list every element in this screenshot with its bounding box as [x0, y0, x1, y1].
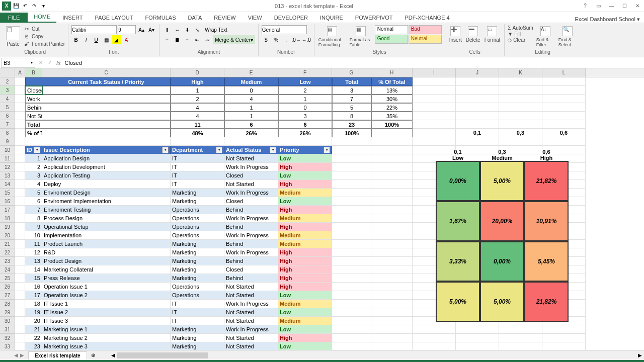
cell[interactable]: [332, 206, 371, 214]
cell[interactable]: [42, 95, 171, 103]
cell[interactable]: [15, 325, 25, 334]
issue-status[interactable]: Closed: [224, 265, 278, 274]
issue-id[interactable]: 2: [25, 163, 42, 171]
cell[interactable]: [15, 342, 25, 350]
issue-header-prio[interactable]: Priority▾: [278, 146, 332, 154]
cell[interactable]: Total: [332, 77, 371, 86]
issue-status[interactable]: Closed: [224, 171, 278, 180]
cell[interactable]: [15, 86, 25, 95]
row-header[interactable]: 12: [0, 163, 15, 171]
row-header[interactable]: 13: [0, 171, 15, 180]
cell[interactable]: [332, 240, 371, 248]
issue-priority[interactable]: Low: [278, 342, 332, 350]
issue-dept[interactable]: Marketing: [171, 189, 224, 197]
ribbon-tab-data[interactable]: DATA: [182, 13, 208, 23]
issue-id[interactable]: 5: [25, 189, 42, 197]
orientation-icon[interactable]: ⤡: [193, 25, 202, 34]
cell[interactable]: 5: [332, 103, 371, 112]
cell[interactable]: 35%: [371, 112, 413, 120]
cell[interactable]: [332, 274, 371, 283]
cell[interactable]: [371, 248, 413, 257]
find-select-button[interactable]: 🔍Find & Select: [557, 25, 578, 48]
increase-font-icon[interactable]: A▴: [137, 25, 146, 34]
align-left-icon[interactable]: ≡: [163, 35, 172, 44]
row-header[interactable]: 6: [0, 112, 15, 120]
cell[interactable]: 30%: [371, 95, 413, 103]
style-bad[interactable]: Bad: [409, 25, 442, 34]
sort-filter-button[interactable]: A↓Sort & Filter: [535, 25, 555, 48]
cell[interactable]: [371, 163, 413, 171]
summary-row-label[interactable]: Behind: [25, 103, 42, 112]
cell[interactable]: [371, 189, 413, 197]
issue-desc[interactable]: Marketing Collateral: [42, 265, 171, 274]
cell[interactable]: 0,3: [499, 129, 542, 137]
cell[interactable]: [332, 291, 371, 300]
cell[interactable]: [332, 163, 371, 171]
cell[interactable]: [371, 137, 413, 146]
filter-icon[interactable]: ▾: [324, 147, 330, 153]
cancel-formula-icon[interactable]: ✕: [36, 58, 45, 67]
row-header[interactable]: 21: [0, 240, 15, 248]
issue-status[interactable]: Not Started: [224, 308, 278, 317]
cell[interactable]: [332, 317, 371, 325]
issue-priority[interactable]: Low: [278, 197, 332, 206]
issue-desc[interactable]: Operation Issue 2: [42, 291, 171, 300]
issue-status[interactable]: Behind: [224, 240, 278, 248]
cell[interactable]: [499, 86, 542, 95]
cell[interactable]: [15, 265, 25, 274]
cell[interactable]: [499, 325, 542, 334]
wrap-text-button[interactable]: Wrap Text: [203, 25, 229, 34]
cell[interactable]: [371, 197, 413, 206]
increase-decimal-icon[interactable]: .0→: [292, 35, 301, 44]
cell[interactable]: [542, 112, 586, 120]
cell[interactable]: [15, 206, 25, 214]
cell[interactable]: [15, 120, 25, 129]
issue-priority[interactable]: Medium: [278, 214, 332, 223]
row-header[interactable]: 29: [0, 308, 15, 317]
cell[interactable]: [456, 325, 499, 334]
cell[interactable]: [371, 206, 413, 214]
cell[interactable]: [25, 137, 42, 146]
cell[interactable]: [499, 342, 542, 350]
issue-header-id[interactable]: ID▾: [25, 146, 42, 154]
decrease-decimal-icon[interactable]: ←.0: [302, 35, 311, 44]
cell[interactable]: 48%: [171, 129, 224, 137]
cell[interactable]: [15, 274, 25, 283]
cell[interactable]: 2: [278, 86, 332, 95]
cell[interactable]: 1: [224, 103, 278, 112]
cell[interactable]: [332, 325, 371, 334]
issue-dept[interactable]: Marketing: [171, 342, 224, 350]
cell[interactable]: [456, 342, 499, 350]
cell[interactable]: [456, 95, 499, 103]
col-header-b[interactable]: B: [25, 68, 42, 77]
delete-cells-button[interactable]: ➖Delete: [465, 25, 481, 44]
minimize-icon[interactable]: —: [605, 1, 618, 11]
cell[interactable]: [332, 137, 371, 146]
row-header[interactable]: 15: [0, 189, 15, 197]
cell[interactable]: 1: [278, 95, 332, 103]
cell[interactable]: [371, 283, 413, 291]
issue-dept[interactable]: Marketing: [171, 325, 224, 334]
cell[interactable]: [15, 103, 25, 112]
row-header[interactable]: 32: [0, 334, 15, 342]
formula-input[interactable]: [63, 58, 644, 68]
merge-center-button[interactable]: Merge & Center ▾: [213, 35, 255, 44]
issue-dept[interactable]: IT: [171, 180, 224, 189]
cell[interactable]: Current Task Status / Priority: [42, 77, 171, 86]
issue-desc[interactable]: Operation Issue 1: [42, 283, 171, 291]
cell[interactable]: [15, 300, 25, 308]
issue-id[interactable]: 8: [25, 214, 42, 223]
cell[interactable]: [15, 180, 25, 189]
issue-id[interactable]: 9: [25, 223, 42, 231]
cell[interactable]: % Of Total: [371, 77, 413, 86]
cell[interactable]: 0,1: [456, 129, 499, 137]
issue-id[interactable]: 19: [25, 308, 42, 317]
fill-button[interactable]: ▼ Fill: [508, 31, 533, 37]
align-middle-icon[interactable]: ↔: [173, 25, 182, 34]
paste-button[interactable]: 📋 Paste: [5, 25, 21, 48]
row-header[interactable]: 11: [0, 154, 15, 163]
row-header[interactable]: 23: [0, 257, 15, 265]
cell[interactable]: [15, 189, 25, 197]
issue-desc[interactable]: Application Development: [42, 163, 171, 171]
cell[interactable]: [332, 334, 371, 342]
